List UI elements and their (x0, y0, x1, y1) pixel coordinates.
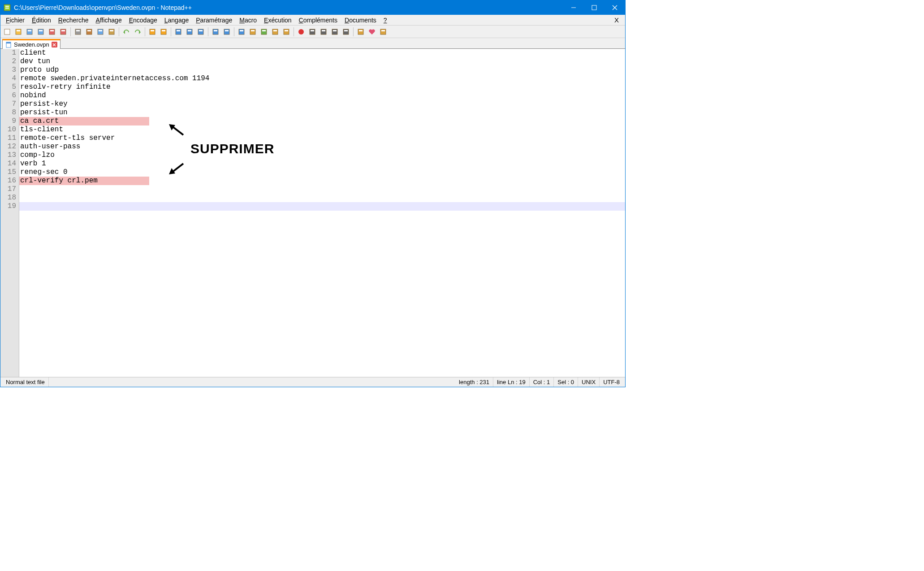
line-number: 5 (0, 83, 16, 91)
svg-rect-18 (61, 30, 65, 31)
svg-rect-8 (5, 30, 9, 31)
save-button[interactable] (25, 27, 35, 37)
new-button[interactable] (2, 27, 12, 37)
code-line[interactable]: resolv-retry infinite (19, 83, 625, 91)
play-button[interactable] (319, 27, 328, 37)
menu-encodage[interactable]: Encodage (125, 16, 161, 25)
menu-langage[interactable]: Langage (161, 16, 193, 25)
find-button[interactable] (147, 27, 157, 37)
replace-button[interactable] (159, 27, 168, 37)
indent-button[interactable] (237, 27, 246, 37)
svg-rect-29 (150, 29, 155, 35)
file-tab[interactable]: Sweden.ovpn (2, 39, 60, 49)
func-list-button[interactable] (270, 27, 280, 37)
line-number: 1 (0, 49, 16, 57)
code-line[interactable]: client (19, 49, 625, 57)
svg-rect-50 (273, 30, 277, 31)
menu-complments[interactable]: Compléments (295, 16, 341, 25)
svg-rect-9 (16, 29, 21, 35)
line-number: 11 (0, 134, 16, 143)
save-all-button[interactable] (36, 27, 46, 37)
line-number: 3 (0, 66, 16, 74)
svg-rect-34 (177, 30, 180, 31)
code-line[interactable]: remote-cert-tls server (19, 134, 625, 143)
code-line[interactable] (19, 202, 625, 211)
open-button[interactable] (13, 27, 23, 37)
code-line[interactable]: nobind (19, 91, 625, 100)
zoom-out-button[interactable] (185, 27, 194, 37)
code-line[interactable]: reneg-sec 0 (19, 168, 625, 177)
line-number: 13 (0, 151, 16, 160)
svg-rect-1 (5, 6, 9, 7)
editor[interactable]: 12345678910111213141516171819 clientdev … (0, 49, 625, 377)
zoom-in-button[interactable] (173, 27, 183, 37)
lang-button[interactable] (248, 27, 258, 37)
sync-button[interactable] (196, 27, 206, 37)
all-chars-button[interactable] (222, 27, 232, 37)
paste-button[interactable] (107, 27, 117, 37)
code-line[interactable]: dev tun (19, 57, 625, 66)
doc-map-button[interactable] (259, 27, 269, 37)
maximize-button[interactable] (584, 0, 604, 15)
code-line[interactable] (19, 185, 625, 194)
code-line[interactable]: ca ca.crt (19, 117, 149, 125)
code-line[interactable]: verb 1 (19, 160, 625, 168)
redo-button[interactable] (133, 27, 142, 37)
svg-rect-41 (224, 29, 229, 35)
run-button[interactable] (341, 27, 351, 37)
code-area[interactable]: clientdev tunproto udpremote sweden.priv… (19, 49, 625, 377)
svg-rect-33 (176, 29, 181, 35)
menu-paramtrage[interactable]: Paramétrage (192, 16, 236, 25)
close-button[interactable] (604, 0, 625, 15)
svg-rect-25 (109, 29, 114, 35)
menu-doc-close[interactable]: X (610, 15, 623, 25)
close-all-button[interactable] (58, 27, 68, 37)
menu-macro[interactable]: Macro (236, 16, 260, 25)
menu-excution[interactable]: Exécution (260, 16, 295, 25)
code-line[interactable]: persist-tun (19, 108, 625, 117)
play-fast-button[interactable] (330, 27, 340, 37)
line-number: 19 (0, 202, 16, 211)
code-line[interactable]: auth-user-pass (19, 143, 625, 151)
undo-button[interactable] (121, 27, 131, 37)
svg-rect-15 (49, 29, 55, 35)
svg-rect-42 (225, 30, 229, 31)
code-line[interactable]: remote sweden.privateinternetaccess.com … (19, 74, 625, 83)
tab-close-button[interactable] (52, 42, 57, 48)
code-line[interactable] (19, 194, 625, 202)
record-button[interactable] (296, 27, 306, 37)
code-line[interactable]: persist-key (19, 100, 625, 108)
line-number: 10 (0, 125, 16, 134)
stop-button[interactable] (307, 27, 317, 37)
line-number: 7 (0, 100, 16, 108)
code-line[interactable]: comp-lzo (19, 151, 625, 160)
menu-documents[interactable]: Documents (341, 16, 380, 25)
svg-rect-2 (5, 8, 9, 9)
svg-rect-62 (358, 29, 363, 35)
menu-fichier[interactable]: Fichier (2, 16, 28, 25)
menu-dition[interactable]: Édition (28, 16, 55, 25)
close-button[interactable] (47, 27, 57, 37)
cut-button[interactable] (84, 27, 94, 37)
wrap-button[interactable] (211, 27, 220, 37)
minimize-button[interactable] (563, 0, 584, 15)
copy-button[interactable] (95, 27, 105, 37)
code-line[interactable]: crl-verify crl.pem (19, 177, 149, 185)
line-number: 4 (0, 74, 16, 83)
menu-recherche[interactable]: Recherche (55, 16, 92, 25)
spell-button[interactable] (356, 27, 366, 37)
svg-rect-30 (151, 30, 154, 31)
donate-button[interactable] (378, 27, 388, 37)
line-number: 8 (0, 108, 16, 117)
print-button[interactable] (73, 27, 83, 37)
svg-rect-46 (251, 30, 255, 31)
folder-button[interactable] (281, 27, 291, 37)
code-line[interactable]: tls-client (19, 125, 625, 134)
menu-affichage[interactable]: Affichage (92, 16, 125, 25)
menu-[interactable]: ? (380, 16, 391, 25)
code-line[interactable]: proto udp (19, 66, 625, 74)
window-controls (563, 0, 625, 15)
svg-rect-7 (4, 29, 10, 35)
svg-rect-11 (27, 29, 32, 35)
heart-button[interactable] (367, 27, 377, 37)
